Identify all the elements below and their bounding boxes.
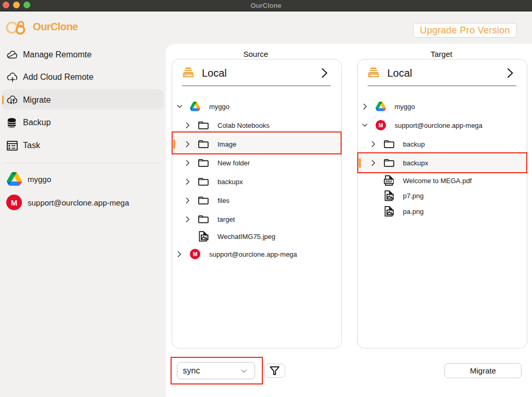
svg-text:M: M	[11, 198, 18, 207]
